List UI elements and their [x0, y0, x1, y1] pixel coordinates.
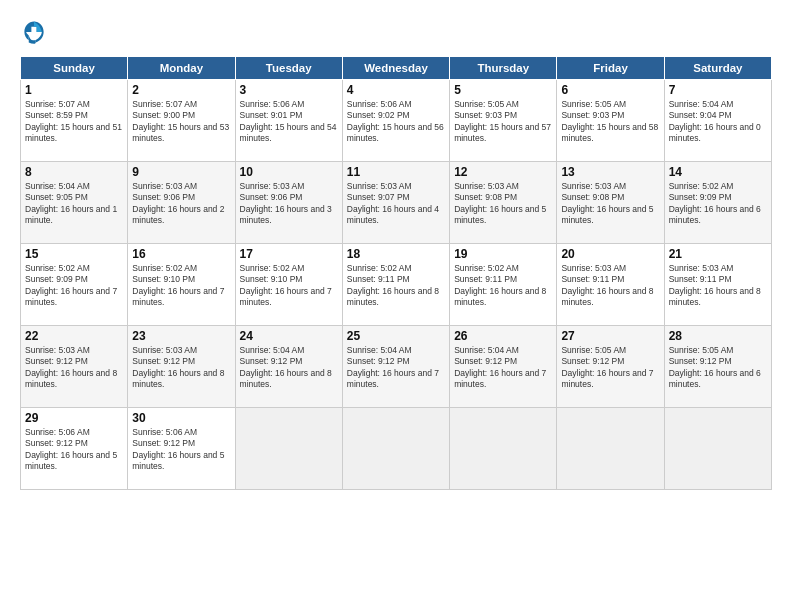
day-number: 21	[669, 247, 767, 261]
day-number: 4	[347, 83, 445, 97]
day-info: Sunrise: 5:04 AMSunset: 9:12 PMDaylight:…	[347, 345, 445, 391]
day-info: Sunrise: 5:03 AMSunset: 9:06 PMDaylight:…	[132, 181, 230, 227]
day-info: Sunrise: 5:02 AMSunset: 9:11 PMDaylight:…	[454, 263, 552, 309]
logo	[20, 18, 52, 46]
day-number: 13	[561, 165, 659, 179]
day-info: Sunrise: 5:04 AMSunset: 9:12 PMDaylight:…	[454, 345, 552, 391]
day-number: 26	[454, 329, 552, 343]
day-info: Sunrise: 5:03 AMSunset: 9:07 PMDaylight:…	[347, 181, 445, 227]
day-number: 1	[25, 83, 123, 97]
day-info: Sunrise: 5:02 AMSunset: 9:09 PMDaylight:…	[669, 181, 767, 227]
calendar-cell: 30Sunrise: 5:06 AMSunset: 9:12 PMDayligh…	[128, 408, 235, 490]
calendar-cell: 29Sunrise: 5:06 AMSunset: 9:12 PMDayligh…	[21, 408, 128, 490]
day-number: 2	[132, 83, 230, 97]
day-number: 20	[561, 247, 659, 261]
calendar-cell: 25Sunrise: 5:04 AMSunset: 9:12 PMDayligh…	[342, 326, 449, 408]
day-info: Sunrise: 5:05 AMSunset: 9:03 PMDaylight:…	[454, 99, 552, 145]
calendar-table: SundayMondayTuesdayWednesdayThursdayFrid…	[20, 56, 772, 490]
day-info: Sunrise: 5:02 AMSunset: 9:10 PMDaylight:…	[132, 263, 230, 309]
logo-icon	[20, 18, 48, 46]
calendar-cell	[450, 408, 557, 490]
calendar-cell: 9Sunrise: 5:03 AMSunset: 9:06 PMDaylight…	[128, 162, 235, 244]
day-number: 8	[25, 165, 123, 179]
calendar-cell: 18Sunrise: 5:02 AMSunset: 9:11 PMDayligh…	[342, 244, 449, 326]
col-header-friday: Friday	[557, 57, 664, 80]
day-number: 6	[561, 83, 659, 97]
calendar-cell: 1Sunrise: 5:07 AMSunset: 8:59 PMDaylight…	[21, 80, 128, 162]
day-number: 17	[240, 247, 338, 261]
day-number: 30	[132, 411, 230, 425]
day-number: 12	[454, 165, 552, 179]
calendar-cell: 4Sunrise: 5:06 AMSunset: 9:02 PMDaylight…	[342, 80, 449, 162]
day-number: 10	[240, 165, 338, 179]
calendar-cell: 23Sunrise: 5:03 AMSunset: 9:12 PMDayligh…	[128, 326, 235, 408]
day-info: Sunrise: 5:07 AMSunset: 9:00 PMDaylight:…	[132, 99, 230, 145]
day-number: 22	[25, 329, 123, 343]
calendar-cell: 12Sunrise: 5:03 AMSunset: 9:08 PMDayligh…	[450, 162, 557, 244]
day-info: Sunrise: 5:07 AMSunset: 8:59 PMDaylight:…	[25, 99, 123, 145]
day-number: 28	[669, 329, 767, 343]
day-info: Sunrise: 5:04 AMSunset: 9:12 PMDaylight:…	[240, 345, 338, 391]
day-info: Sunrise: 5:06 AMSunset: 9:12 PMDaylight:…	[25, 427, 123, 473]
calendar-cell	[342, 408, 449, 490]
calendar-cell: 26Sunrise: 5:04 AMSunset: 9:12 PMDayligh…	[450, 326, 557, 408]
day-number: 14	[669, 165, 767, 179]
col-header-sunday: Sunday	[21, 57, 128, 80]
day-info: Sunrise: 5:03 AMSunset: 9:08 PMDaylight:…	[454, 181, 552, 227]
day-info: Sunrise: 5:03 AMSunset: 9:06 PMDaylight:…	[240, 181, 338, 227]
day-info: Sunrise: 5:02 AMSunset: 9:11 PMDaylight:…	[347, 263, 445, 309]
calendar-cell: 21Sunrise: 5:03 AMSunset: 9:11 PMDayligh…	[664, 244, 771, 326]
col-header-monday: Monday	[128, 57, 235, 80]
calendar-cell: 19Sunrise: 5:02 AMSunset: 9:11 PMDayligh…	[450, 244, 557, 326]
day-number: 15	[25, 247, 123, 261]
day-info: Sunrise: 5:04 AMSunset: 9:05 PMDaylight:…	[25, 181, 123, 227]
day-number: 27	[561, 329, 659, 343]
calendar-cell: 14Sunrise: 5:02 AMSunset: 9:09 PMDayligh…	[664, 162, 771, 244]
calendar-cell: 2Sunrise: 5:07 AMSunset: 9:00 PMDaylight…	[128, 80, 235, 162]
day-info: Sunrise: 5:03 AMSunset: 9:11 PMDaylight:…	[669, 263, 767, 309]
calendar-cell: 17Sunrise: 5:02 AMSunset: 9:10 PMDayligh…	[235, 244, 342, 326]
day-info: Sunrise: 5:05 AMSunset: 9:12 PMDaylight:…	[669, 345, 767, 391]
col-header-wednesday: Wednesday	[342, 57, 449, 80]
calendar-cell: 20Sunrise: 5:03 AMSunset: 9:11 PMDayligh…	[557, 244, 664, 326]
day-number: 18	[347, 247, 445, 261]
day-info: Sunrise: 5:02 AMSunset: 9:10 PMDaylight:…	[240, 263, 338, 309]
calendar-cell: 28Sunrise: 5:05 AMSunset: 9:12 PMDayligh…	[664, 326, 771, 408]
day-info: Sunrise: 5:05 AMSunset: 9:03 PMDaylight:…	[561, 99, 659, 145]
calendar-cell: 22Sunrise: 5:03 AMSunset: 9:12 PMDayligh…	[21, 326, 128, 408]
day-info: Sunrise: 5:02 AMSunset: 9:09 PMDaylight:…	[25, 263, 123, 309]
calendar-cell	[235, 408, 342, 490]
header-row	[20, 18, 772, 46]
calendar-page: SundayMondayTuesdayWednesdayThursdayFrid…	[0, 0, 792, 612]
calendar-cell: 24Sunrise: 5:04 AMSunset: 9:12 PMDayligh…	[235, 326, 342, 408]
day-number: 24	[240, 329, 338, 343]
calendar-cell: 27Sunrise: 5:05 AMSunset: 9:12 PMDayligh…	[557, 326, 664, 408]
calendar-cell: 5Sunrise: 5:05 AMSunset: 9:03 PMDaylight…	[450, 80, 557, 162]
day-info: Sunrise: 5:06 AMSunset: 9:02 PMDaylight:…	[347, 99, 445, 145]
calendar-cell	[557, 408, 664, 490]
day-number: 16	[132, 247, 230, 261]
calendar-cell: 3Sunrise: 5:06 AMSunset: 9:01 PMDaylight…	[235, 80, 342, 162]
calendar-cell: 16Sunrise: 5:02 AMSunset: 9:10 PMDayligh…	[128, 244, 235, 326]
day-info: Sunrise: 5:06 AMSunset: 9:12 PMDaylight:…	[132, 427, 230, 473]
day-number: 29	[25, 411, 123, 425]
calendar-cell: 11Sunrise: 5:03 AMSunset: 9:07 PMDayligh…	[342, 162, 449, 244]
day-number: 5	[454, 83, 552, 97]
day-number: 9	[132, 165, 230, 179]
day-number: 23	[132, 329, 230, 343]
col-header-tuesday: Tuesday	[235, 57, 342, 80]
day-info: Sunrise: 5:03 AMSunset: 9:08 PMDaylight:…	[561, 181, 659, 227]
calendar-cell: 13Sunrise: 5:03 AMSunset: 9:08 PMDayligh…	[557, 162, 664, 244]
calendar-cell: 6Sunrise: 5:05 AMSunset: 9:03 PMDaylight…	[557, 80, 664, 162]
calendar-cell: 15Sunrise: 5:02 AMSunset: 9:09 PMDayligh…	[21, 244, 128, 326]
calendar-cell: 7Sunrise: 5:04 AMSunset: 9:04 PMDaylight…	[664, 80, 771, 162]
calendar-cell: 8Sunrise: 5:04 AMSunset: 9:05 PMDaylight…	[21, 162, 128, 244]
day-number: 19	[454, 247, 552, 261]
day-info: Sunrise: 5:06 AMSunset: 9:01 PMDaylight:…	[240, 99, 338, 145]
day-number: 11	[347, 165, 445, 179]
day-info: Sunrise: 5:04 AMSunset: 9:04 PMDaylight:…	[669, 99, 767, 145]
day-info: Sunrise: 5:03 AMSunset: 9:12 PMDaylight:…	[25, 345, 123, 391]
day-info: Sunrise: 5:03 AMSunset: 9:11 PMDaylight:…	[561, 263, 659, 309]
day-number: 25	[347, 329, 445, 343]
day-info: Sunrise: 5:03 AMSunset: 9:12 PMDaylight:…	[132, 345, 230, 391]
